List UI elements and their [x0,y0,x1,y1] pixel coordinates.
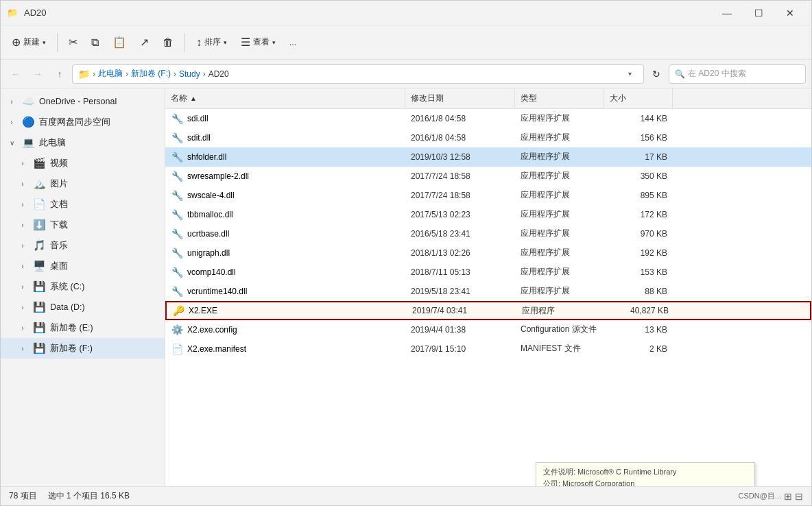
file-name: vcruntime140.dll [187,287,247,296]
sidebar-item-image[interactable]: › 🏔️ 图片 [1,173,165,194]
window-controls: — ☐ ✕ [711,1,806,25]
back-button[interactable]: ← [6,64,25,84]
file-cell-name: 🔧 ucrtbase.dll [165,228,405,240]
table-row[interactable]: 🔧 swscale-4.dll 2017/7/24 18:58 应用程序扩展 8… [165,186,811,205]
paste-button[interactable]: 📋 [107,30,132,55]
breadcrumb-thispc[interactable]: 此电脑 [98,68,123,80]
search-icon: 🔍 [675,69,685,79]
main-window: 📁 AD20 — ☐ ✕ ⊕ 新建 ▾ ✂ ⧉ 📋 ↗ 🗑 [0,0,812,506]
breadcrumb-study[interactable]: Study [179,69,200,79]
maximize-button[interactable]: ☐ [743,1,774,25]
up-button[interactable]: ↑ [50,64,69,84]
file-cell-type: 应用程序扩展 [515,189,604,201]
file-cell-size: 13 KB [604,325,673,335]
file-icon: 🔧 [171,132,183,144]
file-cell-size: 192 KB [604,248,673,258]
sidebar-item-baidu[interactable]: › 🔵 百度网盘同步空间 [1,112,165,132]
file-name: X2.exe.config [187,325,237,335]
sidebar: › ☁️ OneDrive - Personal › 🔵 百度网盘同步空间 ∨ … [1,88,165,486]
file-cell-date: 2018/7/11 05:13 [405,267,515,277]
table-row[interactable]: 🔑 X2.EXE 2019/7/4 03:41 应用程序 40,827 KB [165,301,811,320]
file-cell-date: 2019/10/3 12:58 [405,152,515,162]
table-row[interactable]: 🔧 unigraph.dll 2018/1/13 02:26 应用程序扩展 19… [165,243,811,263]
table-row[interactable]: ⚙️ X2.exe.config 2019/4/4 01:38 Configur… [165,320,811,339]
file-cell-size: 17 KB [604,152,673,162]
table-row[interactable]: 🔧 vcruntime140.dll 2019/5/18 23:41 应用程序扩… [165,282,811,301]
sidebar-item-thispc[interactable]: ∨ 💻 此电脑 [1,132,165,153]
file-tooltip: 文件说明: Microsoft® C Runtime Library 公司: M… [536,462,755,486]
view-button[interactable]: ☰ 查看 ▾ [235,30,281,55]
expand-icon-baidu: › [6,117,17,128]
search-placeholder: 在 AD20 中搜索 [688,68,746,80]
sidebar-item-onedrive[interactable]: › ☁️ OneDrive - Personal [1,91,165,112]
view-icon: ☰ [241,36,250,49]
table-row[interactable]: 🔧 swresample-2.dll 2017/7/24 18:58 应用程序扩… [165,167,811,186]
sidebar-item-music[interactable]: › 🎵 音乐 [1,235,165,256]
new-button[interactable]: ⊕ 新建 ▾ [6,30,51,55]
breadcrumb-drive[interactable]: 新加卷 (F:) [131,68,171,80]
file-cell-name: 🔑 X2.EXE [167,304,407,317]
minimize-button[interactable]: — [711,1,743,25]
col-header-type[interactable]: 类型 [515,88,604,108]
file-icon: 🔧 [171,151,183,163]
breadcrumb-dropdown-button[interactable]: ▾ [621,66,638,82]
sort-button[interactable]: ↕ 排序 ▾ [191,30,232,55]
more-button[interactable]: ... [284,30,302,55]
tooltip-line1: 文件说明: Microsoft® C Runtime Library [543,467,748,477]
forward-button[interactable]: → [28,64,47,84]
share-button[interactable]: ↗ [134,30,154,55]
datad-label: Data (D:) [50,302,159,312]
status-bar: 78 项目 选中 1 个项目 16.5 KB CSDN@目... ⊞ ⊟ [1,486,811,505]
sort-dropdown-icon: ▾ [224,39,227,46]
file-icon: 🔑 [172,304,184,317]
table-row[interactable]: 📄 X2.exe.manifest 2017/9/1 15:10 MANIFES… [165,339,811,359]
copy-icon: ⧉ [91,36,99,49]
file-cell-size: 970 KB [604,229,673,239]
col-header-size[interactable]: 大小 [604,88,673,108]
view-label: 查看 [253,36,270,48]
col-date-label: 修改日期 [411,93,444,104]
search-box[interactable]: 🔍 在 AD20 中搜索 [669,64,806,84]
title-bar: 📁 AD20 — ☐ ✕ [1,1,811,25]
file-cell-name: 🔧 sdit.dll [165,132,405,144]
file-cell-name: 🔧 sdi.dll [165,112,405,125]
sidebar-item-download[interactable]: › ⬇️ 下载 [1,215,165,235]
copy-button[interactable]: ⧉ [86,30,104,55]
file-cell-name: ⚙️ X2.exe.config [165,324,405,336]
sidebar-item-doc[interactable]: › 📄 文档 [1,194,165,215]
table-row[interactable]: 🔧 tbbmalloc.dll 2017/5/13 02:23 应用程序扩展 1… [165,205,811,224]
sidebar-item-neuf[interactable]: › 💾 新加卷 (F:) [1,338,165,359]
refresh-button[interactable]: ↻ [647,64,666,84]
music-label: 音乐 [50,240,159,252]
close-button[interactable]: ✕ [774,1,806,25]
file-cell-date: 2016/5/18 23:41 [405,229,515,239]
sidebar-item-datad[interactable]: › 💾 Data (D:) [1,297,165,317]
table-row[interactable]: 🔧 shfolder.dll 2019/10/3 12:58 应用程序扩展 17… [165,147,811,167]
file-cell-size: 2 KB [604,344,673,354]
table-row[interactable]: 🔧 sdi.dll 2016/1/8 04:58 应用程序扩展 144 KB [165,109,811,128]
file-icon: 🔧 [171,247,183,259]
sidebar-item-desktop[interactable]: › 🖥️ 桌面 [1,256,165,276]
file-icon: 🔧 [171,189,183,202]
sidebar-item-neue[interactable]: › 💾 新加卷 (E:) [1,317,165,338]
image-icon: 🏔️ [32,177,46,191]
file-cell-type: 应用程序扩展 [515,170,604,182]
file-cell-size: 172 KB [604,210,673,219]
toolbar-sep-1 [57,33,58,52]
cut-button[interactable]: ✂ [63,30,83,55]
table-row[interactable]: 🔧 vcomp140.dll 2018/7/11 05:13 应用程序扩展 15… [165,263,811,282]
col-header-name[interactable]: 名称 ▲ [165,88,405,108]
sidebar-item-video[interactable]: › 🎬 视频 [1,153,165,173]
file-cell-size: 895 KB [604,191,673,200]
desktop-label: 桌面 [50,261,159,272]
download-icon: ⬇️ [32,218,46,232]
status-count: 78 项目 [9,490,37,502]
sidebar-item-sysc[interactable]: › 💾 系统 (C:) [1,276,165,297]
expand-icon-image: › [17,178,28,189]
delete-button[interactable]: 🗑 [157,30,179,55]
table-row[interactable]: 🔧 sdit.dll 2016/1/8 04:58 应用程序扩展 156 KB [165,128,811,147]
baidu-label: 百度网盘同步空间 [39,117,159,128]
table-row[interactable]: 🔧 ucrtbase.dll 2016/5/18 23:41 应用程序扩展 97… [165,224,811,243]
col-header-date[interactable]: 修改日期 [405,88,515,108]
breadcrumb-dropdown: ▾ [621,66,638,82]
